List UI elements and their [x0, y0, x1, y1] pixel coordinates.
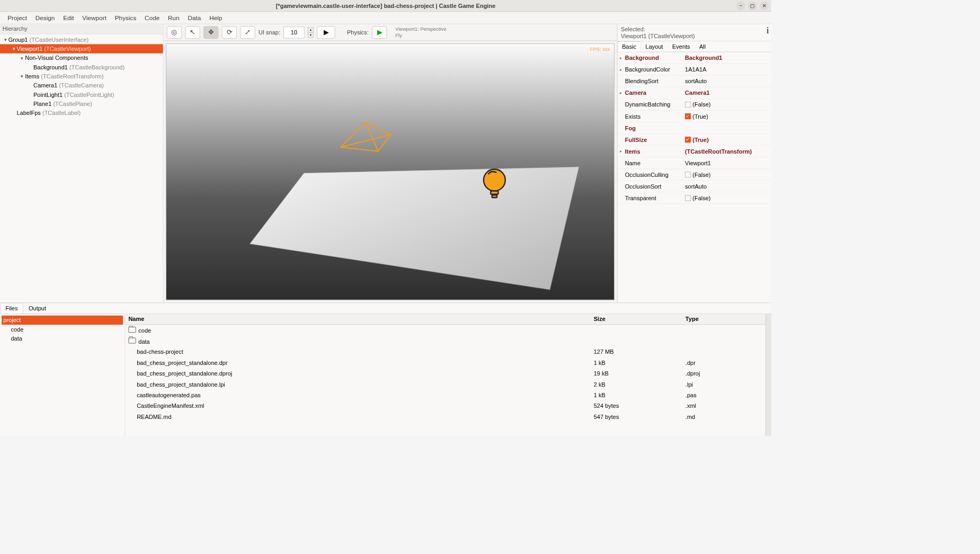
scale-tool-button[interactable]: ⤢	[240, 26, 255, 39]
property-name: Items	[624, 148, 682, 155]
file-row[interactable]: README.md547 bytes.md	[125, 412, 765, 422]
property-value[interactable]: (False)	[682, 194, 771, 201]
move-tool-button[interactable]: ✥	[203, 26, 218, 39]
property-value[interactable]: (False)	[682, 101, 771, 108]
property-row-occlusionsort[interactable]: OcclusionSortsortAuto	[618, 181, 771, 192]
menu-edit[interactable]: Edit	[59, 13, 78, 23]
window-close-button[interactable]: ✕	[760, 1, 769, 10]
file-row[interactable]: CastleEngineManifest.xml524 bytes.xml	[125, 400, 765, 411]
inspector-tab-basic[interactable]: Basic	[618, 41, 641, 52]
property-value-text: Viewport1	[685, 159, 711, 166]
property-value[interactable]: (TCastleRootTransform)	[682, 148, 771, 155]
hierarchy-node-group1[interactable]: ▾Group1(TCastleUserInterface)	[0, 35, 163, 44]
checkbox-icon[interactable]	[685, 172, 691, 177]
menu-run[interactable]: Run	[164, 13, 183, 23]
checkbox-icon[interactable]	[685, 102, 691, 108]
checkbox-icon[interactable]: ✓	[685, 137, 691, 142]
folder-tree[interactable]: projectcodedata	[0, 314, 125, 436]
property-value[interactable]: sortAuto	[682, 78, 771, 85]
checkbox-icon[interactable]: ✓	[685, 113, 691, 119]
menu-project[interactable]: Project	[3, 13, 31, 23]
file-row[interactable]: bad_chess_project_standalone.lpi2 kB.lpi	[125, 379, 765, 389]
file-row[interactable]: bad_chess_project_standalone.dproj19 kB.…	[125, 368, 765, 379]
property-row-fog[interactable]: Fog	[618, 122, 771, 134]
checkbox-icon[interactable]	[685, 195, 691, 201]
menu-physics[interactable]: Physics	[111, 13, 140, 23]
snap-spin-up[interactable]: ▴	[308, 27, 314, 32]
hierarchy-node-background1[interactable]: Background1(TCastleBackground)	[0, 62, 163, 72]
property-value[interactable]: ✓(True)	[682, 113, 771, 120]
property-row-camera[interactable]: ▸CameraCamera1	[618, 87, 771, 99]
menu-help[interactable]: Help	[205, 13, 226, 23]
property-row-backgroundcolor[interactable]: ▸BackgroundColor1A1A1A	[618, 64, 771, 75]
property-row-exists[interactable]: Exists✓(True)	[618, 111, 771, 122]
play-icon: ▶	[324, 29, 328, 37]
property-name: FullSize	[624, 136, 682, 143]
property-row-items[interactable]: ▸Items(TCastleRootTransform)	[618, 146, 771, 157]
inspector-tab-events[interactable]: Events	[667, 41, 694, 52]
property-value[interactable]: Viewport1	[682, 159, 771, 166]
file-row[interactable]: bad_chess_project_standalone.dpr1 kB.dpr	[125, 357, 765, 368]
inspector-tab-all[interactable]: All	[694, 41, 710, 52]
camera-gizmo-icon	[336, 118, 395, 156]
property-row-name[interactable]: NameViewport1	[618, 157, 771, 169]
rotate-tool-button[interactable]: ⟳	[222, 26, 237, 39]
folder-code[interactable]: code	[2, 325, 123, 334]
window-title: [*gameviewmain.castle-user-interface] ba…	[276, 2, 496, 9]
column-size-header[interactable]: Size	[590, 314, 682, 325]
hierarchy-node-plane1[interactable]: Plane1(TCastlePlane)	[0, 99, 163, 108]
column-name-header[interactable]: Name	[125, 314, 590, 325]
viewport-info-line1: Viewport1: Perspective	[395, 26, 446, 32]
property-value-text: (False)	[692, 194, 710, 201]
column-type-header[interactable]: Type	[682, 314, 765, 325]
hierarchy-node-camera1[interactable]: Camera1(TCastleCamera)	[0, 81, 163, 90]
inspector-tab-layout[interactable]: Layout	[641, 41, 667, 52]
file-row[interactable]: data	[125, 336, 765, 346]
file-name: bad_chess_project_standalone.dproj	[125, 369, 590, 378]
ui-snap-input[interactable]	[283, 26, 304, 38]
folder-project[interactable]: project	[2, 316, 123, 325]
folder-data[interactable]: data	[2, 334, 123, 343]
physics-play-button[interactable]: ▶	[372, 26, 387, 39]
hierarchy-node-non-visual components[interactable]: ▾Non-Visual Components	[0, 53, 163, 62]
node-class: (TCastleBackground)	[69, 64, 124, 70]
file-row[interactable]: castleautogenerated.pas1 kB.pas	[125, 390, 765, 400]
property-value[interactable]: Camera1	[682, 90, 771, 96]
select-tool-button[interactable]: ↖	[185, 26, 200, 39]
menu-viewport[interactable]: Viewport	[78, 13, 110, 23]
menu-data[interactable]: Data	[184, 13, 206, 23]
window-maximize-button[interactable]: ▢	[748, 1, 757, 10]
property-row-dynamicbatching[interactable]: DynamicBatching(False)	[618, 99, 771, 111]
window-minimize-button[interactable]: −	[736, 1, 745, 10]
bottom-tab-output[interactable]: Output	[23, 303, 52, 314]
hierarchy-node-viewport1[interactable]: ▾Viewport1(TCastleViewport)	[0, 44, 163, 53]
property-row-transparent[interactable]: Transparent(False)	[618, 192, 771, 204]
property-value[interactable]: ✓(True)	[682, 136, 771, 143]
property-row-background[interactable]: ▸BackgroundBackground1	[618, 52, 771, 64]
hierarchy-tree[interactable]: ▾Group1(TCastleUserInterface)▾Viewport1(…	[0, 34, 163, 303]
bottom-tab-files[interactable]: Files	[0, 303, 23, 314]
property-value[interactable]: 1A1A1A	[682, 66, 771, 73]
hierarchy-node-pointlight1[interactable]: PointLight1(TCastlePointLight)	[0, 90, 163, 99]
hierarchy-node-items[interactable]: ▾Items(TCastleRootTransform)	[0, 72, 163, 81]
property-row-blendingsort[interactable]: BlendingSortsortAuto	[618, 75, 771, 87]
property-row-fullsize[interactable]: FullSize✓(True)	[618, 134, 771, 146]
3d-viewport[interactable]: FPS: xxx	[166, 43, 614, 300]
property-row-occlusionculling[interactable]: OcclusionCulling(False)	[618, 169, 771, 181]
property-grid[interactable]: ▸BackgroundBackground1▸BackgroundColor1A…	[618, 52, 771, 302]
info-button[interactable]: i	[767, 26, 769, 35]
file-table-body[interactable]: codedatabad-chess-project127 MBbad_chess…	[125, 325, 765, 436]
property-value[interactable]: sortAuto	[682, 183, 771, 190]
property-value[interactable]: (False)	[682, 171, 771, 178]
hierarchy-node-labelfps[interactable]: LabelFps(TCastleLabel)	[0, 109, 163, 118]
property-value[interactable]: Background1	[682, 55, 771, 61]
snap-spin-down[interactable]: ▾	[308, 32, 314, 38]
file-row[interactable]: bad-chess-project127 MB	[125, 346, 765, 357]
file-scrollbar[interactable]	[765, 314, 771, 436]
menu-design[interactable]: Design	[31, 13, 59, 23]
menu-code[interactable]: Code	[140, 13, 164, 23]
selected-label: Selected:	[621, 26, 768, 33]
file-row[interactable]: code	[125, 325, 765, 335]
view-toggle-button[interactable]: ◎	[167, 26, 182, 39]
play-button[interactable]: ▶	[317, 26, 335, 39]
